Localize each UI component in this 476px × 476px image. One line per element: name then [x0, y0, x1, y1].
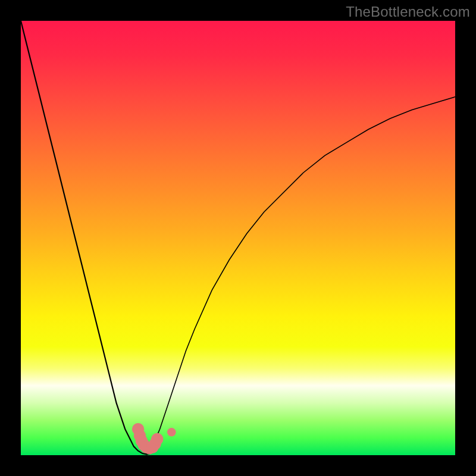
- right-marker-1: [167, 428, 176, 437]
- left-curve: [21, 21, 155, 455]
- marker-group: [132, 423, 176, 455]
- watermark-text: TheBottleneck.com: [346, 4, 470, 20]
- right-curve: [147, 97, 455, 455]
- left-marker-9: [151, 433, 163, 445]
- outer-frame: TheBottleneck.com: [0, 0, 476, 476]
- plot-area: [21, 21, 455, 455]
- chart-svg: [21, 21, 455, 455]
